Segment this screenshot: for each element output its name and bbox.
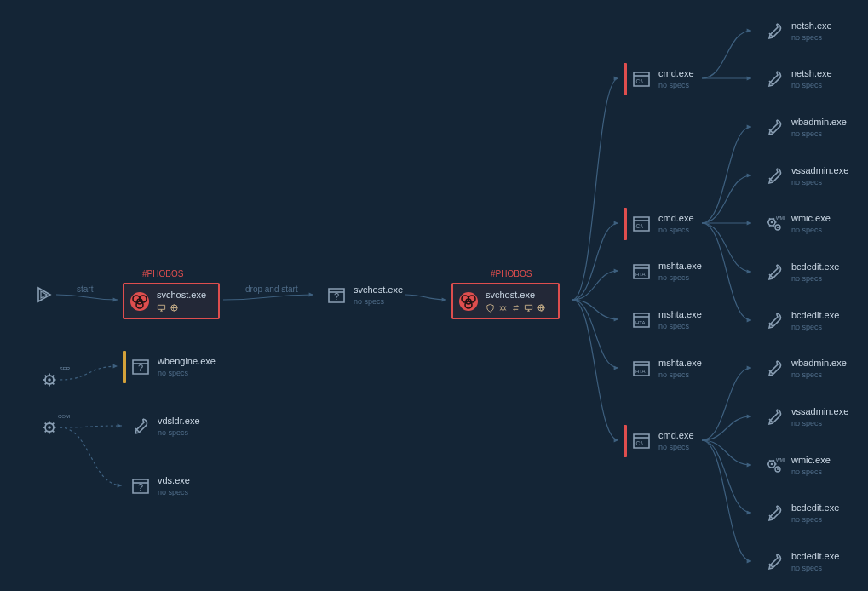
svg-text:C:\: C:\ [636,440,644,446]
process-node-n_vdsldr[interactable]: vdsldr.exeno specs [123,410,200,443]
svg-text:HTA: HTA [635,320,646,325]
no-specs-label: no specs [658,443,694,452]
process-node-n_bcded3[interactable]: bcdedit.exeno specs [756,497,839,530]
process-node-n_svchost2[interactable]: ?svchost.exeno specs [319,279,403,312]
process-node-n_mshta1[interactable]: HTAmshta.exeno specs [624,255,702,288]
process-name: wmic.exe [791,455,831,466]
window-q-icon: ? [130,476,151,496]
severity-bar [123,470,126,502]
no-specs-label: no specs [791,33,832,43]
process-node-n_netsh2[interactable]: netsh.exeno specs [756,63,832,95]
process-name: svchost.exe [354,284,403,296]
wrench-icon [764,311,785,331]
process-node-n_netsh1[interactable]: netsh.exeno specs [756,15,832,48]
process-node-n_bcded4[interactable]: bcdedit.exeno specs [756,546,839,578]
service-caption: COM [58,414,70,419]
no-specs-label: no specs [658,81,694,90]
service-source-com[interactable]: COM [39,417,60,441]
process-node-n_cmd2[interactable]: C:\cmd.exeno specs [624,208,694,240]
no-specs-label: no specs [158,369,216,378]
no-specs-label: no specs [791,274,839,284]
svg-text:C:\: C:\ [636,78,644,84]
severity-bar [624,304,627,336]
no-specs-label: no specs [791,370,847,380]
window-q-icon: ? [326,285,347,306]
malware-tag[interactable]: #PHOBOS [142,269,183,278]
process-node-n_wbengine[interactable]: ?wbengine.exeno specs [123,351,216,383]
no-specs-label: no specs [791,178,848,187]
process-node-n_mshta2[interactable]: HTAmshta.exeno specs [624,304,702,336]
severity-bar [624,353,627,385]
biohazard-icon [458,291,479,312]
process-name: netsh.exe [791,20,832,32]
process-node-n_wmic2[interactable]: WMIwmic.exeno specs [756,450,831,482]
edge-label-start: start [77,284,93,294]
wrench-icon [764,118,785,138]
service-caption: SER [60,366,70,371]
indicator-glyphs [486,303,546,313]
severity-bar [123,410,126,443]
process-node-n_bcded2[interactable]: bcdedit.exeno specs [756,305,839,337]
process-node-n_wmic1[interactable]: WMIwmic.exeno specs [756,208,831,240]
wrench-icon [764,552,785,572]
no-specs-label: no specs [791,468,831,477]
severity-bar [756,305,760,337]
service-source-ser[interactable]: SER [39,370,60,393]
wrench-icon [764,69,785,89]
process-name: svchost.exe [157,290,206,301]
severity-bar [624,208,627,240]
window-q-icon: ? [130,357,151,377]
severity-bar [756,546,760,578]
severity-bar [756,497,760,530]
root-start-icon[interactable] [34,284,55,308]
svg-text:?: ? [138,363,143,373]
process-node-n_svchost1[interactable]: svchost.exe [123,283,220,319]
severity-bar [756,112,760,144]
cmd-icon: C:\ [631,69,652,89]
severity-bar [756,63,760,95]
svg-text:C:\: C:\ [636,223,644,229]
no-specs-label: no specs [658,226,694,235]
no-specs-label: no specs [658,273,702,283]
no-specs-label: no specs [791,81,832,90]
process-name: bcdedit.exe [791,551,839,562]
process-node-n_vssadm2[interactable]: vssadmin.exeno specs [756,401,848,433]
process-node-n_bcded1[interactable]: bcdedit.exeno specs [756,256,839,289]
process-name: svchost.exe [486,290,546,301]
process-name: netsh.exe [791,68,832,79]
severity-bar [756,160,760,192]
severity-bar [756,256,760,289]
process-node-n_vssadm1[interactable]: vssadmin.exeno specs [756,160,848,192]
process-name: wbadmin.exe [791,117,847,128]
process-node-n_wbadm2[interactable]: wbadmin.exeno specs [756,353,847,385]
process-name: wbengine.exe [158,356,216,367]
no-specs-label: no specs [791,129,847,139]
process-name: cmd.exe [658,213,694,224]
svg-point-30 [777,468,779,470]
no-specs-label: no specs [791,226,831,235]
process-node-n_svchost3[interactable]: svchost.exe [451,283,560,319]
process-node-n_mshta3[interactable]: HTAmshta.exeno specs [624,353,702,385]
no-specs-label: no specs [791,564,839,573]
malware-tag[interactable]: #PHOBOS [491,269,532,278]
process-node-n_cmd3[interactable]: C:\cmd.exeno specs [624,425,694,457]
process-node-n_cmd1[interactable]: C:\cmd.exeno specs [624,63,694,95]
severity-bar [756,15,760,48]
severity-bar [756,450,760,482]
process-name: mshta.exe [658,261,702,272]
no-specs-label: no specs [658,322,702,331]
process-node-n_vds[interactable]: ?vds.exeno specs [123,470,190,502]
severity-bar [624,255,627,288]
severity-bar [319,279,322,312]
svg-point-35 [48,426,51,429]
process-name: wmic.exe [791,213,831,224]
process-name: bcdedit.exe [791,310,839,321]
svg-point-25 [777,227,779,228]
wrench-icon [764,21,785,42]
process-node-n_wbadm1[interactable]: wbadmin.exeno specs [756,112,847,144]
no-specs-label: no specs [791,323,839,332]
process-name: vds.exe [158,475,190,486]
biohazard-icon [129,291,150,312]
process-name: mshta.exe [658,358,702,369]
svg-text:?: ? [138,482,143,492]
